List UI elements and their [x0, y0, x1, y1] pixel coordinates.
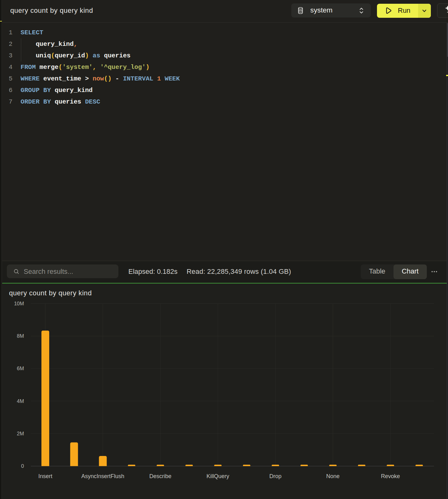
svg-text:0: 0: [21, 463, 24, 469]
svg-text:8M: 8M: [17, 333, 24, 339]
svg-text:KillQuery: KillQuery: [207, 473, 229, 479]
svg-text:4M: 4M: [17, 398, 24, 404]
svg-text:AsyncInsertFlush: AsyncInsertFlush: [81, 473, 124, 479]
svg-text:Describe: Describe: [149, 473, 171, 479]
svg-text:Insert: Insert: [38, 473, 52, 479]
svg-text:10M: 10M: [14, 301, 24, 306]
svg-text:Drop: Drop: [269, 473, 281, 479]
svg-text:2M: 2M: [17, 431, 24, 436]
svg-text:6M: 6M: [17, 366, 24, 371]
svg-text:Revoke: Revoke: [381, 473, 400, 479]
svg-text:None: None: [326, 473, 340, 479]
